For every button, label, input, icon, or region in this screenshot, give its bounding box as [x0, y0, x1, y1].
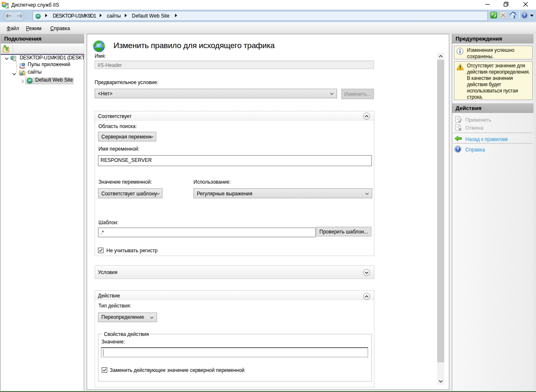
svg-text:?: ?	[456, 146, 459, 151]
svg-text:?: ?	[523, 13, 526, 18]
